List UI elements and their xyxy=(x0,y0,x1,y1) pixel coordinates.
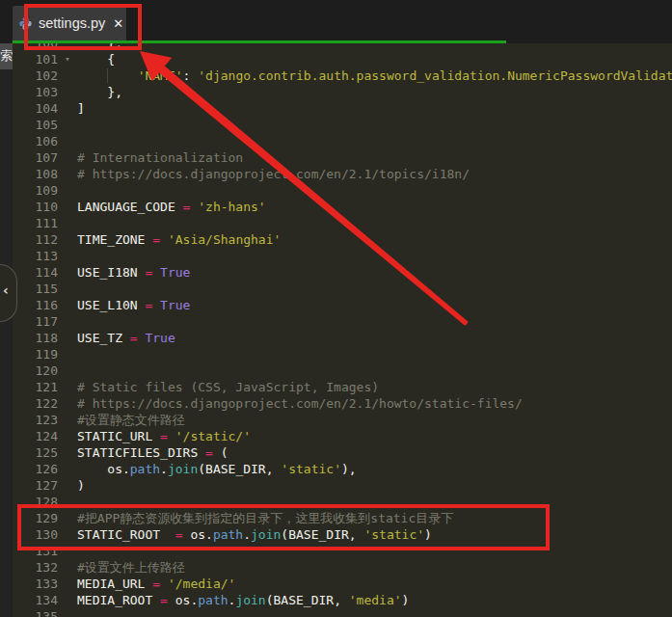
code-line: 123#设置静态文件路径 xyxy=(0,412,672,428)
code-line: 102 'NAME': 'django.contrib.auth.passwor… xyxy=(0,67,672,84)
code-line: 121# Static files (CSS, JavaScript, Imag… xyxy=(0,379,672,395)
vertical-panel-tab[interactable]: 索 xyxy=(0,43,13,69)
code-line: 132#设置文件上传路径 xyxy=(0,559,672,576)
chevron-left-icon: ‹ xyxy=(3,283,9,297)
code-line: 124STATIC_URL = '/static/' xyxy=(0,428,672,444)
code-line: 116USE_L10N = True xyxy=(0,297,672,313)
code-line: 128 xyxy=(0,494,672,510)
code-line: 118USE_TZ = True xyxy=(0,330,672,346)
code-line: 127) xyxy=(0,477,672,494)
code-line: 110LANGUAGE_CODE = 'zh-hans' xyxy=(0,199,672,215)
code-line: 135 xyxy=(0,608,672,617)
left-panel-strip: 索 xyxy=(0,43,13,617)
code-line: 112TIME_ZONE = 'Asia/Shanghai' xyxy=(0,231,672,248)
fold-marker-icon[interactable]: ▾ xyxy=(65,54,69,64)
tab-bar: settings.py ✕ xyxy=(0,0,672,43)
close-icon[interactable]: ✕ xyxy=(113,17,123,30)
tab-settings-py[interactable]: settings.py ✕ xyxy=(13,6,126,40)
python-icon xyxy=(18,16,33,31)
code-line: 108# https://docs.djangoproject.com/en/2… xyxy=(0,166,672,182)
active-tab-indicator xyxy=(13,40,506,43)
code-line: 131 xyxy=(0,543,672,559)
code-line: 111 xyxy=(0,215,672,231)
code-lines[interactable]: 100 },101▾ {102 'NAME': 'django.contrib.… xyxy=(0,35,672,617)
code-line: 104] xyxy=(0,100,672,117)
code-line: 130STATIC_ROOT = os.path.join(BASE_DIR, … xyxy=(0,526,672,543)
code-line: 120 xyxy=(0,362,672,379)
code-line: 105 xyxy=(0,117,672,133)
code-line: 133MEDIA_URL = '/media/' xyxy=(0,576,672,592)
editor-window: 100 },101▾ {102 'NAME': 'django.contrib.… xyxy=(0,0,672,617)
code-line: 106 xyxy=(0,133,672,149)
indent-guide xyxy=(107,68,108,83)
code-line: 101▾ { xyxy=(0,51,672,67)
tab-title: settings.py xyxy=(39,15,105,31)
code-line: 122# https://docs.djangoproject.com/en/2… xyxy=(0,395,672,412)
code-line: 125STATICFILES_DIRS = ( xyxy=(0,444,672,461)
code-line: 115 xyxy=(0,281,672,297)
code-line: 117 xyxy=(0,313,672,330)
code-line: 114USE_I18N = True xyxy=(0,264,672,281)
code-line: 113 xyxy=(0,248,672,264)
code-line: 129#把APP静态资源收集到指定的目录下，这里我收集到static目录下 xyxy=(0,510,672,526)
code-line: 109 xyxy=(0,182,672,199)
panel-collapse-handle[interactable]: ‹ xyxy=(0,264,17,322)
code-line: 134MEDIA_ROOT = os.path.join(BASE_DIR, '… xyxy=(0,592,672,608)
code-line: 119 xyxy=(0,346,672,362)
code-line: 126 os.path.join(BASE_DIR, 'static'), xyxy=(0,461,672,477)
code-line: 103 }, xyxy=(0,84,672,100)
code-line: 107# Internationalization xyxy=(0,149,672,166)
